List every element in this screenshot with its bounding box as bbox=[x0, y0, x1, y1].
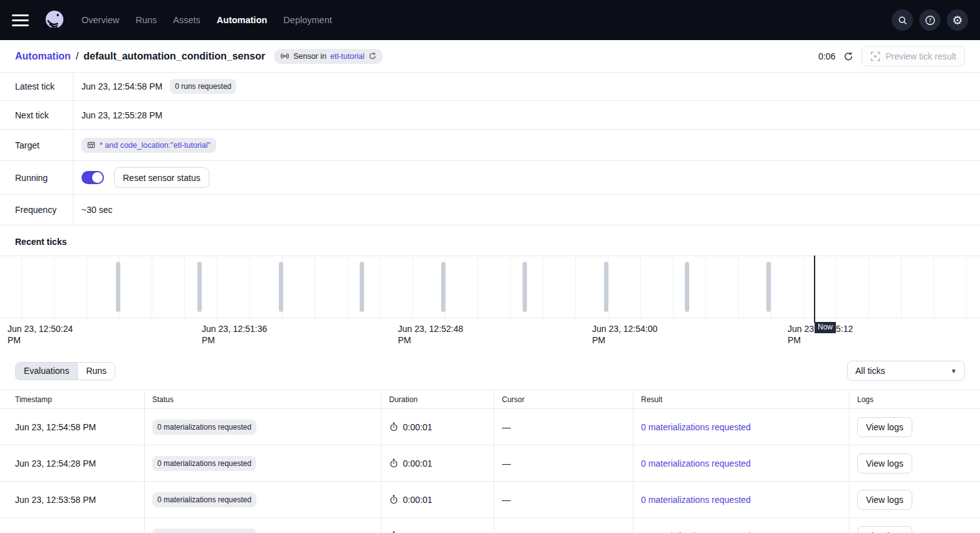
status-badge: 0 materializations requested bbox=[152, 529, 256, 533]
cell-cursor: — bbox=[494, 518, 633, 533]
timeline-tick-bar[interactable] bbox=[685, 262, 689, 312]
table-header-row: Timestamp Status Duration Cursor Result … bbox=[0, 390, 980, 409]
col-result: Result bbox=[633, 390, 849, 408]
timeline-tick-bar[interactable] bbox=[604, 262, 608, 312]
timeline-gridline bbox=[86, 256, 87, 318]
latest-tick-status-badge: 0 runs requested bbox=[170, 79, 236, 94]
tab-evaluations[interactable]: Evaluations bbox=[16, 363, 77, 380]
primary-nav: Overview Runs Assets Automation Deployme… bbox=[81, 15, 332, 25]
help-button[interactable]: ? bbox=[919, 9, 941, 31]
hamburger-menu-icon[interactable] bbox=[12, 14, 29, 26]
timeline-gridline bbox=[771, 256, 771, 318]
search-button[interactable] bbox=[892, 9, 913, 31]
timeline-gridline bbox=[901, 256, 902, 318]
cell-timestamp: Jun 23, 12:53:28 PM bbox=[0, 518, 144, 533]
timeline-gridline bbox=[868, 256, 869, 318]
cell-duration: 0:00:01 bbox=[403, 531, 432, 533]
svg-text:?: ? bbox=[929, 17, 932, 23]
evaluations-table: Timestamp Status Duration Cursor Result … bbox=[0, 390, 980, 533]
cell-timestamp: Jun 23, 12:54:28 PM bbox=[0, 445, 144, 481]
frequency-value: ~30 sec bbox=[81, 205, 112, 215]
next-tick-row: Next tick Jun 23, 12:55:28 PM bbox=[0, 101, 980, 130]
timeline-gridline bbox=[54, 256, 55, 318]
view-logs-button[interactable]: View logs bbox=[857, 490, 912, 510]
cell-timestamp: Jun 23, 12:53:58 PM bbox=[0, 482, 144, 517]
preview-icon bbox=[870, 51, 880, 61]
nav-item-automation[interactable]: Automation bbox=[217, 15, 268, 25]
running-toggle[interactable] bbox=[81, 171, 104, 184]
target-label: Target bbox=[0, 130, 73, 160]
timeline-gridline bbox=[347, 256, 348, 318]
table-row: Jun 23, 12:54:58 PM 0 materializations r… bbox=[0, 409, 980, 445]
running-label: Running bbox=[0, 161, 73, 194]
header-actions: 0:06 Preview tick result bbox=[818, 46, 965, 66]
reset-sensor-status-button[interactable]: Reset sensor status bbox=[114, 167, 209, 188]
timeline-tick-bar[interactable] bbox=[197, 262, 202, 312]
timeline-gridline bbox=[575, 256, 576, 318]
timeline-tick-bar[interactable] bbox=[441, 262, 446, 312]
timeline-gridline bbox=[673, 256, 674, 318]
sensor-location-badge: Sensor in etl-tutorial bbox=[274, 49, 383, 64]
timeline-gridline bbox=[315, 256, 315, 318]
view-logs-button[interactable]: View logs bbox=[857, 453, 912, 473]
col-timestamp: Timestamp bbox=[0, 390, 144, 408]
code-location-link[interactable]: etl-tutorial bbox=[330, 52, 365, 61]
status-badge: 0 materializations requested bbox=[152, 420, 256, 435]
preview-tick-result-button[interactable]: Preview tick result bbox=[862, 46, 965, 66]
timeline-tick-bar[interactable] bbox=[523, 262, 527, 312]
timeline-tick-bar[interactable] bbox=[360, 262, 364, 312]
dagster-logo-icon[interactable] bbox=[44, 9, 65, 31]
stopwatch-icon bbox=[389, 458, 399, 468]
tick-filter-dropdown[interactable]: All ticks ▼ bbox=[847, 361, 965, 381]
timeline-tick-bar[interactable] bbox=[279, 262, 283, 312]
frequency-label: Frequency bbox=[0, 195, 73, 225]
timeline-gridline bbox=[706, 256, 706, 318]
tab-runs[interactable]: Runs bbox=[77, 363, 115, 380]
axis-label: Jun 23, 12:52:48 PM bbox=[398, 323, 473, 346]
timeline-gridline bbox=[966, 256, 967, 318]
timeline-gridline bbox=[934, 256, 934, 318]
target-selection-badge[interactable]: * and code_location:"etl-tutorial" bbox=[81, 138, 216, 153]
nav-item-runs[interactable]: Runs bbox=[135, 15, 157, 25]
reload-location-icon[interactable] bbox=[368, 52, 377, 60]
nav-item-assets[interactable]: Assets bbox=[173, 15, 201, 25]
table-row: Jun 23, 12:53:28 PM 0 materializations r… bbox=[0, 518, 980, 533]
view-logs-button[interactable]: View logs bbox=[857, 526, 912, 533]
cell-timestamp: Jun 23, 12:54:58 PM bbox=[0, 409, 144, 445]
axis-label: Jun 23, 12:51:36 PM bbox=[202, 323, 277, 346]
result-link[interactable]: 0 materializations requested bbox=[641, 531, 751, 533]
toggle-knob bbox=[92, 172, 103, 183]
help-icon: ? bbox=[925, 15, 936, 26]
refresh-button[interactable] bbox=[843, 51, 853, 61]
timeline-gridline bbox=[412, 256, 413, 318]
results-tabs: Evaluations Runs bbox=[15, 362, 115, 380]
timeline-tick-bar[interactable] bbox=[116, 262, 120, 312]
cell-duration: 0:00:01 bbox=[403, 495, 432, 505]
cell-cursor: — bbox=[494, 409, 633, 445]
table-row: Jun 23, 12:53:58 PM 0 materializations r… bbox=[0, 482, 980, 518]
breadcrumb-separator: / bbox=[76, 51, 78, 62]
timeline-tick-bar[interactable] bbox=[766, 262, 771, 312]
timeline-gridline bbox=[738, 256, 739, 318]
settings-button[interactable]: ⚙ bbox=[947, 9, 968, 31]
stopwatch-icon bbox=[389, 422, 399, 432]
col-status: Status bbox=[144, 390, 381, 408]
view-logs-button[interactable]: View logs bbox=[857, 417, 912, 437]
chevron-down-icon: ▼ bbox=[951, 368, 957, 375]
next-tick-label: Next tick bbox=[0, 101, 73, 129]
results-toolbar: Evaluations Runs All ticks ▼ bbox=[0, 361, 980, 381]
result-link[interactable]: 0 materializations requested bbox=[641, 495, 751, 505]
result-link[interactable]: 0 materializations requested bbox=[641, 422, 751, 432]
gear-icon: ⚙ bbox=[952, 14, 962, 26]
frequency-row: Frequency ~30 sec bbox=[0, 195, 980, 225]
nav-item-overview[interactable]: Overview bbox=[81, 15, 119, 25]
breadcrumb-automation-link[interactable]: Automation bbox=[15, 51, 71, 62]
nav-item-deployment[interactable]: Deployment bbox=[283, 15, 331, 25]
axis-label: Jun 23, 12:50:24 PM bbox=[8, 323, 83, 346]
axis-label: Jun 23, 12:54:00 PM bbox=[592, 323, 667, 346]
result-link[interactable]: 0 materializations requested bbox=[641, 458, 751, 468]
timeline-gridline bbox=[21, 256, 22, 318]
timeline-gridline bbox=[477, 256, 478, 318]
status-badge: 0 materializations requested bbox=[152, 492, 256, 507]
latest-tick-label: Latest tick bbox=[0, 73, 73, 100]
